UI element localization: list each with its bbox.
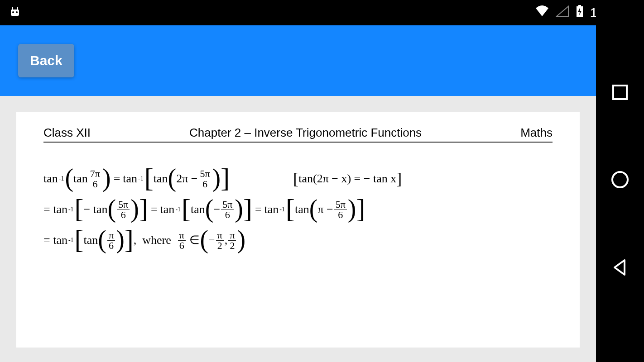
svg-rect-3	[12, 7, 13, 10]
chapter-title: Chapter 2 – Inverse Trigonometric Functi…	[91, 126, 520, 140]
svg-rect-5	[578, 5, 581, 6]
battery-icon	[576, 5, 584, 21]
math-line-1: tan-1 ( tan 7π6 ) = tan-1 [ tan ( 2π − 5…	[43, 165, 553, 192]
class-label: Class XII	[43, 126, 91, 140]
back-nav-button[interactable]	[611, 258, 629, 278]
document-header: Class XII Chapter 2 – Inverse Trigonomet…	[43, 126, 553, 142]
svg-point-1	[12, 11, 14, 13]
math-line-2: = tan-1 [ − tan ( 5π6 ) ] = tan-1 [ tan …	[43, 196, 553, 223]
app-header: Back	[0, 25, 596, 96]
header-underline	[43, 142, 553, 143]
math-identity-note: [ tan(2π − x) = − tan x ]	[293, 171, 402, 187]
back-button[interactable]: Back	[18, 44, 74, 77]
android-emulator-icon	[8, 5, 22, 20]
signal-icon	[556, 5, 569, 20]
app-viewport: Back Class XII Chapter 2 – Inverse Trigo…	[0, 25, 596, 362]
overview-nav-button[interactable]	[611, 84, 629, 103]
math-line-3: = tan-1 [ tan ( π6 ) ] , where π6 ∈ ( − …	[43, 227, 553, 254]
wifi-icon	[535, 5, 549, 20]
math-content: tan-1 ( tan 7π6 ) = tan-1 [ tan ( 2π − 5…	[43, 165, 553, 254]
svg-rect-0	[11, 10, 19, 16]
svg-point-8	[612, 172, 628, 187]
android-status-bar: 1:15PM	[0, 0, 644, 25]
subject-label: Maths	[520, 126, 553, 140]
svg-rect-7	[613, 86, 627, 99]
home-nav-button[interactable]	[610, 170, 630, 191]
svg-point-2	[16, 11, 18, 13]
document-card[interactable]: Class XII Chapter 2 – Inverse Trigonomet…	[16, 112, 580, 348]
svg-rect-4	[17, 7, 18, 10]
android-nav-bar	[596, 0, 644, 362]
